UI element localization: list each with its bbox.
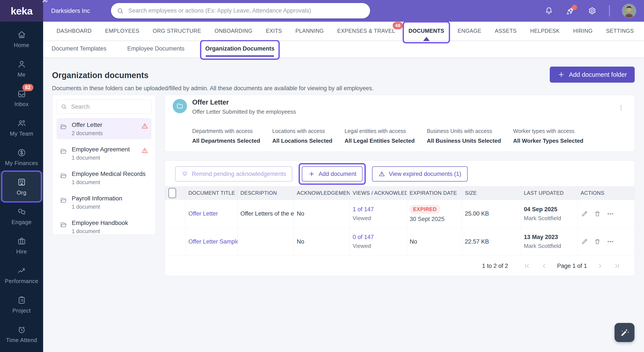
keka-logo[interactable]: keka xyxy=(0,0,43,22)
tab-label: EXITS xyxy=(266,28,282,34)
views-count-link[interactable]: 0 of 147 xyxy=(353,234,374,240)
user-avatar[interactable] xyxy=(622,4,636,18)
folder-name: Payroll Information xyxy=(72,195,148,202)
tab-helpdesk[interactable]: HELPDESK xyxy=(530,28,560,34)
hire-icon xyxy=(17,236,27,246)
col-description: DESCRIPTION xyxy=(238,186,294,200)
access-col-departments-with-access: Departments with accessAll Departments S… xyxy=(192,128,260,144)
document-title-link[interactable]: Offer Letter Sample xyxy=(188,238,238,245)
engage-icon xyxy=(17,207,27,217)
tab-planning[interactable]: PLANNING xyxy=(295,28,324,34)
folder-detail-description: Offer Letter Submitted by the employeess xyxy=(192,108,296,115)
notifications-bell-icon[interactable] xyxy=(544,6,554,16)
folder-item-employee-handbook[interactable]: Employee Handbook1 document xyxy=(56,216,152,237)
tab-exits[interactable]: EXITS xyxy=(266,28,282,34)
folder-doc-count: 1 document xyxy=(72,204,148,210)
folder-item-offer-letter[interactable]: Offer Letter2 documents xyxy=(56,118,152,139)
sidebar-item-time-attend[interactable]: Time Attend xyxy=(0,319,43,349)
folder-item-employee-medical-records[interactable]: Employee Medical Records1 document xyxy=(56,167,152,188)
tab-dashboard[interactable]: DASHBOARD xyxy=(56,28,92,34)
access-label: Business Units with access xyxy=(427,128,501,134)
sidebar-item-project[interactable]: Project xyxy=(0,290,43,319)
document-row: Offer Letter SampleNo0 of 147ViewedNo22.… xyxy=(165,228,635,255)
project-icon xyxy=(17,295,27,305)
subtab-document-templates[interactable]: Document Templates xyxy=(52,45,106,52)
previous-page-icon[interactable] xyxy=(540,262,548,270)
first-page-icon[interactable] xyxy=(523,262,531,270)
sidebar-item-my-team[interactable]: My Team xyxy=(0,113,43,142)
sidebar-item-label: My Team xyxy=(10,130,33,137)
select-all-checkbox[interactable] xyxy=(168,188,176,198)
folder-search-input[interactable] xyxy=(71,103,148,110)
remind-button-label: Remind pending acknowledgements xyxy=(192,171,286,177)
subtab-organization-documents[interactable]: Organization Documents xyxy=(205,45,274,52)
warning-triangle-icon xyxy=(141,147,148,154)
sidebar-item-label: Me xyxy=(18,71,26,78)
sidebar-item-hire[interactable]: Hire xyxy=(0,231,43,260)
add-document-label: Add document xyxy=(318,171,356,177)
pagination-range: 1 to 2 of 2 xyxy=(482,263,508,269)
sidebar-item-engage[interactable]: Engage xyxy=(0,201,43,231)
subtab-employee-documents[interactable]: Employee Documents xyxy=(127,45,184,52)
tab-expenses-travel[interactable]: EXPENSES & TRAVEL48 xyxy=(337,28,395,34)
whats-new-rocket-icon[interactable] xyxy=(566,6,575,16)
ai-assistant-wand-button[interactable] xyxy=(614,323,634,342)
add-document-button[interactable]: Add document xyxy=(302,166,362,182)
document-acknowledgement: No xyxy=(294,228,350,255)
document-last-updated-cell: 13 May 2023Mark Scottfield xyxy=(521,228,578,255)
view-expired-documents-button[interactable]: View expired documents (1) xyxy=(372,166,468,182)
folder-options-kebab-icon[interactable] xyxy=(616,102,626,114)
document-expiration-cell: EXPIRED30 Sept 2025 xyxy=(407,200,462,228)
access-col-locations-with-access: Locations with accessAll Locations Selec… xyxy=(272,128,332,144)
access-label: Worker types with access xyxy=(513,128,583,134)
remind-pending-acknowledgements-button[interactable]: Remind pending acknowledgements xyxy=(175,166,292,182)
folder-item-employee-agreement[interactable]: Employee Agreement1 document xyxy=(56,143,152,164)
topbar-actions xyxy=(544,0,636,22)
table-header-row: DOCUMENT TITLE DESCRIPTION ACKNOWLEDGEME… xyxy=(165,186,635,200)
tab-onboarding[interactable]: ONBOARDING xyxy=(214,28,252,34)
edit-document-button[interactable] xyxy=(581,238,588,245)
delete-document-button[interactable] xyxy=(594,210,601,218)
topbar-divider xyxy=(609,5,610,17)
tab-label: PLANNING xyxy=(295,28,324,34)
sidebar-item-my-finances[interactable]: My Finances xyxy=(0,142,43,172)
views-count-link[interactable]: 1 of 147 xyxy=(353,206,374,213)
folder-doc-count: 1 document xyxy=(72,228,148,234)
col-actions: ACTIONS xyxy=(578,186,635,200)
add-document-folder-button[interactable]: Add document folder xyxy=(550,67,635,83)
sidebar-item-home[interactable]: Home xyxy=(0,24,43,54)
sidebar-item-me[interactable]: Me xyxy=(0,54,43,83)
sidebar-item-inbox[interactable]: 82Inbox xyxy=(0,83,43,113)
document-title-link[interactable]: Offer Letter xyxy=(188,210,218,217)
more-document-options-button[interactable] xyxy=(607,238,614,245)
more-document-options-button[interactable] xyxy=(607,210,614,218)
tab-assets[interactable]: ASSETS xyxy=(495,28,516,34)
tab-org-structure[interactable]: ORG STRUCTURE xyxy=(153,28,201,34)
views-sub-label: Viewed xyxy=(353,215,404,222)
global-search-input[interactable] xyxy=(128,7,367,14)
sidebar-item-label: Home xyxy=(14,42,29,49)
settings-gear-icon[interactable] xyxy=(588,6,597,16)
tab-employees[interactable]: EMPLOYEES xyxy=(105,28,139,34)
edit-document-button[interactable] xyxy=(581,210,588,218)
folder-item-payroll-information[interactable]: Payroll Information1 document xyxy=(56,192,152,213)
sidebar-item-performance[interactable]: Performance xyxy=(0,260,43,290)
folder-name: Offer Letter xyxy=(72,121,137,128)
sidebar-item-label: Time Attend xyxy=(6,337,37,343)
delete-document-button[interactable] xyxy=(594,238,601,245)
last-page-icon[interactable] xyxy=(613,262,621,270)
folder-search[interactable] xyxy=(56,100,152,114)
global-search[interactable] xyxy=(111,3,370,19)
tab-documents[interactable]: DOCUMENTS xyxy=(408,28,444,34)
row-actions xyxy=(581,210,632,218)
active-subtab-underline xyxy=(206,55,274,57)
sidebar-item-org[interactable]: Org xyxy=(0,172,43,201)
next-page-icon[interactable] xyxy=(596,262,604,270)
time-attend-icon xyxy=(17,325,27,335)
my-finances-icon xyxy=(17,148,27,158)
tab-hiring[interactable]: HIRING xyxy=(573,28,593,34)
folder-meta: Employee Handbook1 document xyxy=(72,219,148,234)
subtab-label: Organization Documents xyxy=(205,45,274,52)
tab-settings[interactable]: SETTINGS xyxy=(606,28,634,34)
tab-engage[interactable]: ENGAGE xyxy=(458,28,481,34)
